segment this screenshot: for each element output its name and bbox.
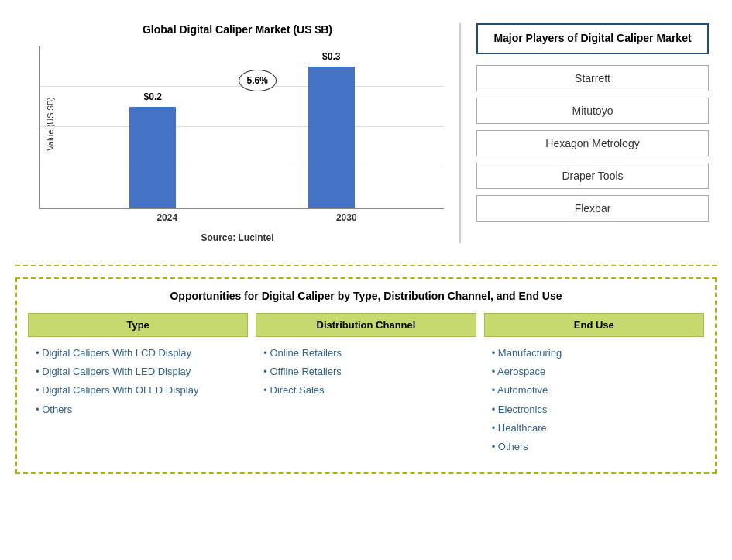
type-item-2: Digital Calipers With OLED Display [34, 383, 242, 397]
enduse-header: End Use [484, 313, 704, 337]
players-title: Major Players of Digital Caliper Market [476, 23, 709, 54]
chart-title: Global Digital Caliper Market (US $B) [31, 23, 444, 36]
type-header: Type [28, 313, 248, 337]
player-hexagon: Hexagon Metrology [476, 130, 709, 156]
type-column: Type Digital Calipers With LCD Display D… [28, 313, 248, 462]
player-mitutoyo: Mitutoyo [476, 98, 709, 124]
bar-2030 [308, 67, 355, 208]
distribution-header: Distribution Channel [256, 313, 476, 337]
enduse-item-2: Automotive [490, 383, 698, 397]
top-section: Global Digital Caliper Market (US $B) Va… [15, 15, 717, 251]
source-text: Source: Lucintel [31, 232, 444, 243]
enduse-item-1: Aerospace [490, 365, 698, 379]
type-item-3: Others [34, 403, 242, 417]
enduse-items: Manufacturing Aerospace Automotive Elect… [484, 343, 704, 462]
bar-group-2024: $0.2 [129, 107, 176, 208]
x-label-2030: 2030 [323, 212, 369, 223]
dist-item-2: Direct Sales [262, 383, 469, 397]
chart-area: Global Digital Caliper Market (US $B) Va… [15, 15, 452, 251]
bar-2024 [129, 107, 176, 208]
type-item-1: Digital Calipers With LED Display [34, 365, 242, 379]
type-items: Digital Calipers With LCD Display Digita… [28, 343, 248, 424]
player-starrett: Starrett [476, 65, 709, 91]
distribution-column: Distribution Channel Online Retailers Of… [256, 313, 476, 462]
major-players: Major Players of Digital Caliper Market … [469, 15, 717, 251]
vertical-divider [459, 23, 461, 243]
bottom-section: Opportunities for Digital Caliper by Typ… [15, 277, 717, 474]
enduse-column: End Use Manufacturing Aerospace Automoti… [484, 313, 704, 462]
enduse-item-0: Manufacturing [490, 346, 698, 360]
type-item-0: Digital Calipers With LCD Display [34, 346, 242, 360]
dist-item-1: Offline Retailers [262, 365, 469, 379]
page: Global Digital Caliper Market (US $B) Va… [0, 0, 732, 560]
enduse-item-4: Healthcare [490, 421, 698, 435]
bar-group-2030: $0.3 [308, 67, 355, 208]
columns-row: Type Digital Calipers With LCD Display D… [28, 313, 704, 462]
dist-item-0: Online Retailers [262, 346, 469, 360]
bar-value-2030: $0.3 [322, 51, 340, 62]
bar-value-2024: $0.2 [144, 91, 162, 102]
player-draper: Draper Tools [476, 163, 709, 189]
x-label-2024: 2024 [144, 212, 191, 223]
enduse-item-3: Electronics [490, 403, 698, 417]
player-flexbar: Flexbar [476, 195, 709, 222]
bottom-title: Opportunities for Digital Caliper by Typ… [28, 290, 704, 302]
distribution-items: Online Retailers Offline Retailers Direc… [256, 343, 476, 406]
enduse-item-5: Others [490, 440, 698, 454]
section-divider [15, 265, 717, 266]
